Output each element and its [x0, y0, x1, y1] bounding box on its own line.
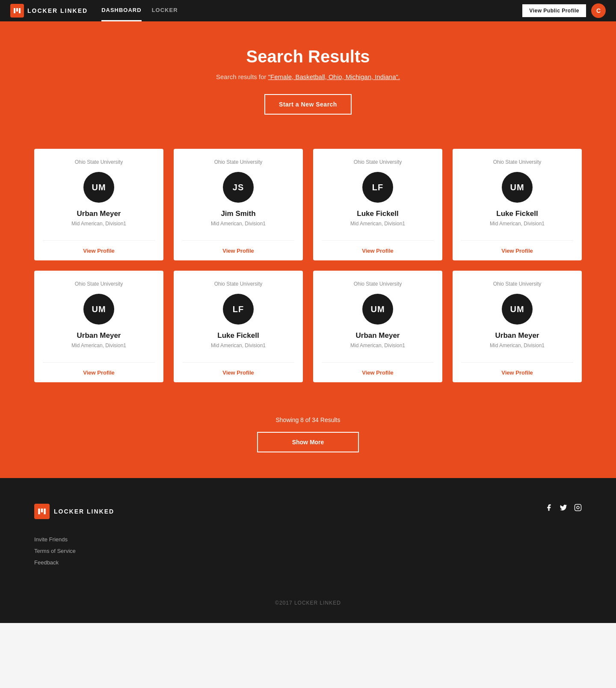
card-body: Ohio State University UM Urban Meyer Mid… — [34, 271, 163, 362]
view-profile-link[interactable]: View Profile — [83, 369, 114, 376]
card-division: Mid American, Division1 — [182, 221, 294, 227]
svg-rect-2 — [19, 8, 21, 13]
card-avatar: LF — [362, 172, 393, 203]
card-footer: View Profile — [34, 241, 163, 260]
footer-link[interactable]: Feedback — [34, 559, 582, 566]
card-avatar: LF — [223, 294, 254, 325]
footer: LOCKER LINKED Invite — [0, 478, 616, 623]
card-avatar: UM — [362, 294, 393, 325]
card-name: Luke Fickell — [322, 210, 434, 218]
card-avatar: UM — [502, 172, 533, 203]
view-profile-link[interactable]: View Profile — [362, 248, 393, 254]
card-footer: View Profile — [453, 241, 582, 260]
card-university: Ohio State University — [43, 281, 155, 287]
card-footer: View Profile — [174, 241, 303, 260]
card-footer: View Profile — [313, 363, 442, 382]
footer-links: Invite FriendsTerms of ServiceFeedback — [34, 536, 582, 566]
card-division: Mid American, Division1 — [43, 343, 155, 348]
card-footer: View Profile — [453, 363, 582, 382]
card-division: Mid American, Division1 — [182, 343, 294, 348]
nav-link-locker[interactable]: LOCKER — [152, 0, 178, 21]
profile-card: Ohio State University UM Luke Fickell Mi… — [453, 149, 582, 260]
view-profile-link[interactable]: View Profile — [501, 248, 533, 254]
profile-card: Ohio State University UM Urban Meyer Mid… — [34, 149, 163, 260]
card-avatar: JS — [223, 172, 254, 203]
nav-links: DASHBOARD LOCKER — [101, 0, 178, 21]
card-university: Ohio State University — [182, 281, 294, 287]
cards-grid: Ohio State University UM Urban Meyer Mid… — [34, 149, 582, 382]
card-body: Ohio State University JS Jim Smith Mid A… — [174, 149, 303, 240]
profile-card: Ohio State University UM Urban Meyer Mid… — [34, 271, 163, 382]
footer-logo-text: LOCKER LINKED — [54, 508, 114, 515]
view-profile-link[interactable]: View Profile — [83, 248, 114, 254]
footer-link[interactable]: Terms of Service — [34, 548, 582, 554]
card-name: Urban Meyer — [461, 331, 573, 340]
footer-link[interactable]: Invite Friends — [34, 536, 582, 543]
card-division: Mid American, Division1 — [461, 343, 573, 348]
profile-card: Ohio State University LF Luke Fickell Mi… — [174, 271, 303, 382]
svg-rect-5 — [44, 508, 45, 514]
card-name: Urban Meyer — [322, 331, 434, 340]
view-profile-link[interactable]: View Profile — [501, 369, 533, 376]
card-name: Jim Smith — [182, 210, 294, 218]
facebook-icon[interactable] — [545, 504, 553, 514]
profile-card: Ohio State University LF Luke Fickell Mi… — [313, 149, 442, 260]
card-body: Ohio State University UM Luke Fickell Mi… — [453, 149, 582, 240]
footer-logo: LOCKER LINKED — [34, 504, 114, 519]
card-name: Luke Fickell — [182, 331, 294, 340]
show-more-section: Showing 8 of 34 Results Show More — [0, 408, 616, 478]
user-avatar[interactable]: C — [591, 3, 606, 18]
card-university: Ohio State University — [43, 159, 155, 165]
view-profile-link[interactable]: View Profile — [222, 248, 254, 254]
footer-social — [545, 504, 582, 514]
card-footer: View Profile — [313, 241, 442, 260]
svg-rect-0 — [14, 8, 15, 13]
showing-count: Showing 8 of 34 Results — [0, 416, 616, 423]
view-public-profile-button[interactable]: View Public Profile — [522, 4, 586, 17]
profile-card: Ohio State University JS Jim Smith Mid A… — [174, 149, 303, 260]
svg-rect-6 — [575, 505, 581, 511]
instagram-icon[interactable] — [574, 504, 582, 514]
card-name: Urban Meyer — [43, 210, 155, 218]
profile-card: Ohio State University UM Urban Meyer Mid… — [453, 271, 582, 382]
card-name: Luke Fickell — [461, 210, 573, 218]
twitter-icon[interactable] — [560, 504, 567, 514]
start-new-search-button[interactable]: Start a New Search — [264, 94, 352, 115]
card-university: Ohio State University — [322, 159, 434, 165]
footer-copyright: ©2017 LOCKER LINKED — [34, 600, 582, 606]
card-university: Ohio State University — [461, 159, 573, 165]
navbar: LOCKER LINKED DASHBOARD LOCKER View Publ… — [0, 0, 616, 21]
card-university: Ohio State University — [182, 159, 294, 165]
card-division: Mid American, Division1 — [322, 221, 434, 227]
search-query[interactable]: "Female, Basketball, Ohio, Michigan, Ind… — [268, 73, 400, 80]
card-body: Ohio State University UM Urban Meyer Mid… — [313, 271, 442, 362]
logo-icon — [10, 4, 24, 18]
view-profile-link[interactable]: View Profile — [362, 369, 393, 376]
profile-card: Ohio State University UM Urban Meyer Mid… — [313, 271, 442, 382]
card-university: Ohio State University — [322, 281, 434, 287]
card-body: Ohio State University UM Urban Meyer Mid… — [453, 271, 582, 362]
nav-link-dashboard[interactable]: DASHBOARD — [101, 0, 142, 21]
card-avatar: UM — [502, 294, 533, 325]
footer-top: LOCKER LINKED — [34, 504, 582, 519]
card-division: Mid American, Division1 — [43, 221, 155, 227]
search-results-subtitle: Search results for "Female, Basketball, … — [10, 73, 606, 80]
card-avatar: UM — [83, 294, 114, 325]
card-body: Ohio State University LF Luke Fickell Mi… — [313, 149, 442, 240]
card-body: Ohio State University UM Urban Meyer Mid… — [34, 149, 163, 240]
card-university: Ohio State University — [461, 281, 573, 287]
card-division: Mid American, Division1 — [322, 343, 434, 348]
view-profile-link[interactable]: View Profile — [222, 369, 254, 376]
cards-section: Ohio State University UM Urban Meyer Mid… — [0, 149, 616, 408]
show-more-button[interactable]: Show More — [257, 432, 359, 452]
subtitle-prefix: Search results for — [216, 73, 268, 80]
logo[interactable]: LOCKER LINKED — [10, 4, 88, 18]
card-division: Mid American, Division1 — [461, 221, 573, 227]
card-name: Urban Meyer — [43, 331, 155, 340]
card-footer: View Profile — [174, 363, 303, 382]
footer-logo-icon — [34, 504, 50, 519]
logo-text: LOCKER LINKED — [27, 7, 88, 14]
search-results-hero: Search Results Search results for "Femal… — [0, 21, 616, 149]
card-avatar: UM — [83, 172, 114, 203]
card-footer: View Profile — [34, 363, 163, 382]
